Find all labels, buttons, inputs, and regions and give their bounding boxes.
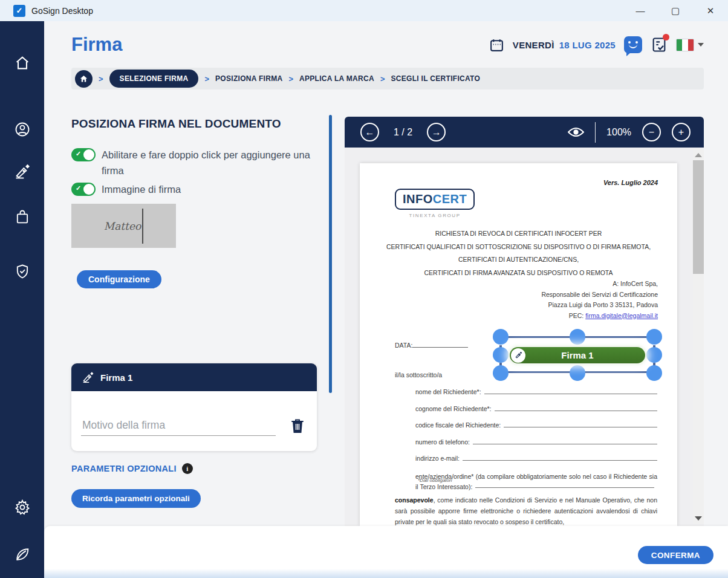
resize-handle-top-right[interactable] — [646, 329, 662, 345]
breadcrumb-step-posiziona-firma[interactable]: POSIZIONA FIRMA — [215, 74, 282, 83]
doc-title-line: CERTIFICATI DI FIRMA AVANZATA SU DISPOSI… — [360, 269, 677, 276]
breadcrumb-step-applica-la-marca[interactable]: APPLICA LA MARCA — [299, 74, 374, 83]
viewer-toolbar: ← 1 / 2 → 100% − + — [345, 117, 704, 148]
italian-flag-icon — [676, 39, 694, 51]
configure-button[interactable]: Configurazione — [77, 270, 161, 288]
zoom-out-button[interactable]: − — [642, 123, 661, 141]
feedback-chat-icon[interactable] — [624, 36, 642, 53]
logo-text-cert: CERT — [433, 192, 467, 206]
doc-version: Vers. Luglio 2024 — [603, 179, 658, 186]
header-weekday: VENERDÌ — [513, 40, 554, 50]
delete-signature-button[interactable] — [290, 418, 305, 434]
confirm-button[interactable]: CONFERMA — [638, 546, 713, 564]
viewer-scrollbar[interactable] — [693, 149, 704, 524]
header-right: VENERDÌ 18 LUG 2025 — [489, 36, 704, 53]
logo-subtitle: TINEXTA GROUP — [395, 213, 475, 218]
form-field: cognome del Richiedente*: — [415, 405, 657, 412]
doc-address-line: Piazza Luigi da Porto 3 35131, Padova — [541, 301, 658, 308]
form-field: indirizzo e-mail: — [415, 455, 657, 462]
next-page-button[interactable]: → — [427, 123, 446, 141]
infocert-logo: INFOCERT TINEXTA GROUP — [395, 189, 475, 218]
signature-image-toggle[interactable]: ✓ — [71, 183, 96, 196]
toggle-label: Abilitare e fare doppio click per aggiun… — [102, 147, 320, 178]
gear-icon — [14, 499, 31, 516]
chevron-right-icon: > — [380, 74, 385, 83]
info-icon[interactable]: i — [182, 463, 193, 474]
previous-page-button[interactable]: ← — [360, 123, 379, 141]
signature-card-title: Firma 1 — [100, 372, 132, 383]
signature-placement-overlay[interactable]: Firma 1 — [493, 329, 662, 381]
profile-icon — [14, 121, 31, 138]
form-field: nome del Richiedente*: — [415, 388, 657, 395]
minimize-button[interactable]: — — [623, 0, 658, 21]
doc-subscriber-line: il/la sottoscritto/a — [395, 371, 442, 378]
panel-scrollbar[interactable] — [329, 115, 332, 393]
panel-heading: POSIZIONA FIRMA NEL DOCUMENTO — [71, 117, 281, 131]
breadcrumb-home-button[interactable] — [75, 70, 93, 88]
resize-handle-middle-right[interactable] — [646, 347, 662, 363]
sidebar-item-shop[interactable] — [14, 209, 31, 226]
sidebar-item-security[interactable] — [14, 263, 31, 280]
scroll-up-arrow[interactable] — [695, 153, 702, 157]
sidebar-item-home[interactable] — [14, 54, 31, 71]
resize-handle-middle-left[interactable] — [493, 347, 509, 363]
toggle-label: Immagine di firma — [102, 181, 181, 197]
breadcrumb-step-scegli-il-certificato[interactable]: SCEGLI IL CERTIFICATO — [391, 74, 481, 83]
doc-address-line: A: InfoCert Spa, — [541, 280, 658, 287]
scroll-down-arrow[interactable] — [695, 516, 702, 521]
maximize-button[interactable]: ▢ — [658, 0, 693, 21]
chevron-right-icon: > — [99, 74, 103, 83]
double-click-toggle[interactable]: ✓ — [71, 148, 96, 161]
sidebar-item-profile[interactable] — [14, 121, 31, 138]
doc-address-line: Responsabile dei Servizi di Certificazio… — [541, 291, 658, 298]
close-button[interactable]: ✕ — [693, 0, 728, 21]
home-icon — [79, 74, 88, 83]
app-logo-icon: ✓ — [13, 5, 25, 17]
signature-pen-icon — [515, 351, 522, 359]
preview-eye-icon[interactable] — [568, 126, 584, 138]
doc-title-line: CERTIFICATI QUALIFICATI DI SOTTOSCRIZION… — [360, 243, 677, 250]
breadcrumb-step-selezione-firma[interactable]: SELEZIONE FIRMA — [109, 70, 199, 88]
toolbar-divider — [595, 122, 596, 143]
chevron-right-icon: > — [204, 74, 209, 83]
signature-caret-line — [142, 209, 143, 244]
sidebar-item-settings[interactable] — [14, 499, 31, 516]
title-bar: ✓ GoSign Desktop — ▢ ✕ — [0, 0, 728, 21]
document-viewer[interactable]: Vers. Luglio 2024 INFOCERT TINEXTA GROUP… — [345, 148, 704, 526]
doc-required-note: *Dati obbligatori — [418, 478, 452, 483]
zoom-in-button[interactable]: + — [672, 123, 691, 141]
signature-pen-icon — [82, 371, 94, 384]
chevron-down-icon — [698, 43, 704, 47]
window-title: GoSign Desktop — [31, 6, 93, 16]
remember-params-button[interactable]: Ricorda parametri opzionali — [71, 489, 201, 508]
sidebar-item-eco[interactable] — [14, 546, 31, 563]
resize-handle-bottom-center[interactable] — [570, 365, 585, 381]
resize-handle-top-left[interactable] — [493, 329, 509, 345]
sidebar-item-signature[interactable] — [14, 163, 31, 180]
trash-icon — [290, 418, 305, 434]
doc-title-block: RICHIESTA DI REVOCA DI CERTIFICATI INFOC… — [360, 230, 677, 282]
tasks-icon[interactable] — [651, 36, 668, 53]
optional-params-row: PARAMETRI OPZIONALI i — [71, 463, 193, 474]
shield-check-icon — [14, 263, 31, 280]
language-selector[interactable] — [676, 39, 704, 51]
page-indicator: 1 / 2 — [394, 127, 412, 138]
toggle-row-signature-image: ✓ Immagine di firma — [71, 181, 320, 197]
doc-footer-paragraph: consapevole, come indicato nelle Condizi… — [395, 495, 657, 526]
pec-label: PEC: — [569, 312, 585, 319]
header-date: 18 LUG 2025 — [559, 40, 616, 50]
toggle-row-double-click: ✓ Abilitare e fare doppio click per aggi… — [71, 147, 320, 178]
sidebar — [0, 21, 44, 578]
doc-title-line: RICHIESTA DI REVOCA DI CERTIFICATI INFOC… — [360, 230, 677, 237]
scrollbar-thumb[interactable] — [693, 160, 704, 274]
resize-handle-bottom-right[interactable] — [646, 365, 662, 381]
logo-text-info: INFO — [403, 192, 433, 206]
doc-address-block: A: InfoCert Spa, Responsabile dei Serviz… — [541, 280, 658, 322]
resize-handle-bottom-left[interactable] — [493, 365, 509, 381]
signature-reason-input[interactable] — [81, 415, 276, 436]
calendar-icon — [489, 37, 504, 53]
resize-handle-top-center[interactable] — [570, 329, 585, 345]
pec-link[interactable]: firma.digitale@legalmail.it — [585, 312, 658, 319]
signature-field-pill[interactable]: Firma 1 — [510, 347, 645, 363]
signature-pill-label: Firma 1 — [561, 350, 593, 360]
